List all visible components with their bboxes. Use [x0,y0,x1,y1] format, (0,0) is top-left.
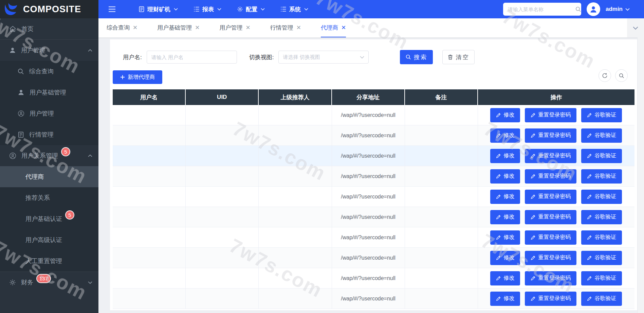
google-verify-button[interactable]: 谷歌验证 [581,210,622,224]
edit-button[interactable]: 修改 [490,271,520,285]
cell-share-url: /wap/#/?usercode=null [332,227,405,248]
reset-password-button[interactable]: 重置登录密码 [525,271,576,285]
pencil-icon [531,174,535,179]
google-verify-button[interactable]: 谷歌验证 [581,190,622,204]
clear-button-label: 清空 [456,53,469,61]
search-button[interactable]: 搜索 [400,50,433,64]
menu-search-input[interactable] [508,6,575,12]
google-verify-button[interactable]: 谷歌验证 [581,169,622,184]
google-verify-button[interactable]: 谷歌验证 [581,128,622,143]
menu-mining[interactable]: 理财矿机 [139,5,178,13]
close-icon[interactable]: ✕ [195,25,200,31]
edit-button[interactable]: 修改 [490,251,520,265]
table-search-button[interactable] [615,69,628,82]
reset-password-button[interactable]: 重置登录密码 [525,292,576,306]
sidebar-item-agent[interactable]: 代理商 [0,166,98,187]
sidebar-item-home[interactable]: 首页 [0,18,98,39]
edit-button[interactable]: 修改 [490,292,520,306]
cell-username [113,268,186,289]
chevron-up-icon [88,49,92,52]
top-navbar: COMPOSITE 理财矿机 报表 [0,0,644,18]
google-verify-button[interactable]: 谷歌验证 [581,251,622,265]
sidebar-submenu-user-relation: 代理商 推荐关系 用户基础认证 5 用户高级认证 人工重置管理 [0,166,98,272]
sidebar-item-user-advanced-auth[interactable]: 用户高级认证 [0,229,98,250]
sidebar-item-recommend-relation[interactable]: 推荐关系 [0,187,98,208]
menu-config[interactable]: 配置 [237,5,265,13]
username-input[interactable] [147,51,237,64]
sidebar-item-user-basic-mgmt[interactable]: 用户基础管理 [0,82,98,103]
tab-user-basic-mgmt[interactable]: 用户基础管理 ✕ [157,18,200,37]
user-menu[interactable]: admin [606,6,630,13]
cell-uid [186,289,259,309]
pencil-icon [496,194,501,199]
edit-button[interactable]: 修改 [490,108,520,122]
page-scrollbar[interactable] [637,37,644,313]
hamburger-menu-icon[interactable] [108,6,116,13]
reset-password-button[interactable]: 重置登录密码 [525,190,576,204]
search-icon[interactable] [575,6,581,12]
tab-dropdown-button[interactable] [627,18,644,37]
document-icon [139,6,145,12]
cell-referrer [259,268,332,289]
reset-password-button[interactable]: 重置登录密码 [525,169,576,184]
reset-password-button[interactable]: 重置登录密码 [525,251,576,265]
sidebar-item-finance[interactable]: 财务 137 [0,272,98,293]
list-icon [194,6,200,12]
edit-button[interactable]: 修改 [490,210,520,224]
cell-referrer [259,227,332,248]
edit-button[interactable]: 修改 [490,230,520,245]
tab-composite-query[interactable]: 综合查询 ✕ [107,18,137,37]
edit-label: 修改 [503,132,514,139]
sidebar-item-user-basic-auth[interactable]: 用户基础认证 5 [0,208,98,229]
google-verify-button[interactable]: 谷歌验证 [581,292,622,306]
edit-button[interactable]: 修改 [490,149,520,163]
google-verify-button[interactable]: 谷歌验证 [581,230,622,245]
chevron-down-icon [633,26,638,30]
sidebar-item-label: 推荐关系 [25,194,50,202]
cell-referrer [259,207,332,227]
sidebar-item-user-mgmt-sub[interactable]: 用户管理 [0,103,98,124]
reset-password-button[interactable]: 重置登录密码 [525,128,576,143]
view-switch-select[interactable]: 请选择 切换视图 [278,51,369,64]
cell-share-url: /wap/#/?usercode=null [332,125,405,146]
cell-remark [405,166,478,187]
google-verify-button[interactable]: 谷歌验证 [581,108,622,122]
clear-button[interactable]: 清空 [442,50,475,64]
sidebar-item-market-mgmt[interactable]: 行情管理 [0,124,98,145]
sidebar-item-composite-query[interactable]: 综合查询 [0,61,98,82]
tab-market-mgmt[interactable]: 行情管理 ✕ [270,18,301,37]
reset-password-label: 重置登录密码 [538,152,571,159]
reset-password-button[interactable]: 重置登录密码 [525,210,576,224]
reset-password-button[interactable]: 重置登录密码 [525,108,576,122]
google-verify-button[interactable]: 谷歌验证 [581,271,622,285]
close-icon[interactable]: ✕ [246,25,251,31]
pencil-icon [531,194,535,199]
cell-share-url: /wap/#/?usercode=null [332,166,405,187]
pencil-icon [496,235,501,240]
reset-password-button[interactable]: 重置登录密码 [525,230,576,245]
sidebar-item-manual-reset-mgmt[interactable]: 人工重置管理 [0,250,98,272]
pencil-icon [587,133,592,138]
close-icon[interactable]: ✕ [341,25,346,31]
menu-search-box[interactable] [503,3,581,16]
google-verify-label: 谷歌验证 [594,234,616,241]
edit-button[interactable]: 修改 [490,128,520,143]
badge-count: 5 [65,210,74,220]
view-switch-label: 切换视图: [249,53,274,61]
edit-button[interactable]: 修改 [490,169,520,184]
add-agent-button[interactable]: 新增代理商 [113,70,162,84]
cell-actions: 修改 重置登录密码 [478,166,634,187]
sidebar-item-user-mgmt[interactable]: 用户管理 [0,40,98,61]
sidebar-item-user-relation-mgmt[interactable]: 用户关系管理 5 [0,145,98,166]
tab-user-mgmt[interactable]: 用户管理 ✕ [220,18,251,37]
tab-agent[interactable]: 代理商 ✕ [321,18,346,37]
edit-button[interactable]: 修改 [490,190,520,204]
close-icon[interactable]: ✕ [133,25,137,31]
google-verify-button[interactable]: 谷歌验证 [581,149,622,163]
reset-password-button[interactable]: 重置登录密码 [525,149,576,163]
refresh-button[interactable] [599,69,611,82]
menu-reports[interactable]: 报表 [194,5,221,13]
menu-system[interactable]: 系统 [280,5,308,13]
avatar[interactable] [587,2,600,16]
close-icon[interactable]: ✕ [296,25,301,31]
